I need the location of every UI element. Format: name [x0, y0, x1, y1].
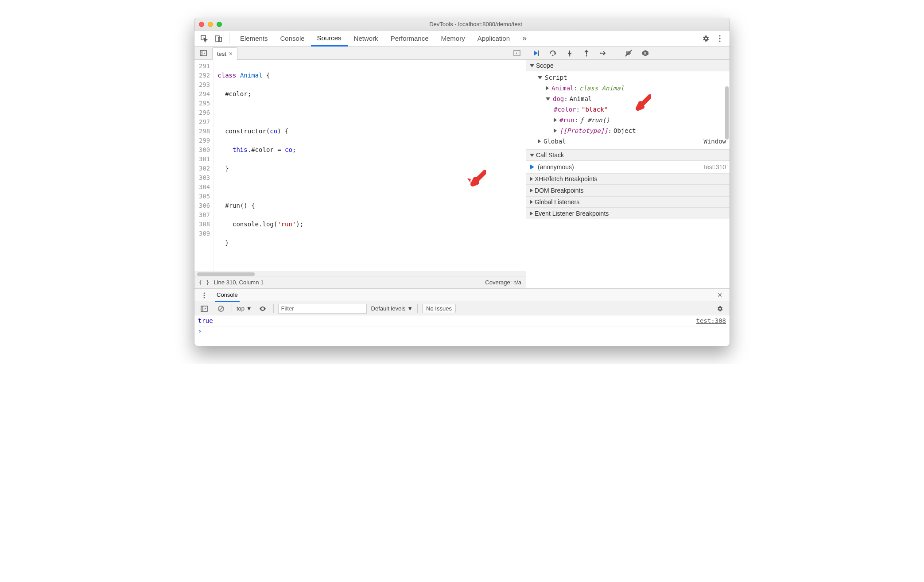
step-out-icon[interactable]: [580, 47, 593, 59]
close-window-button[interactable]: [199, 22, 204, 27]
window-title: DevTools - localhost:8080/demo/test: [226, 21, 725, 27]
divider: [229, 33, 229, 44]
step-over-icon[interactable]: [547, 47, 559, 59]
file-tab-test[interactable]: test ×: [212, 47, 237, 60]
main-tabs-row: Elements Console Sources Network Perform…: [194, 31, 730, 47]
cursor-position: Line 310, Column 1: [214, 279, 264, 286]
xhr-breakpoints-header[interactable]: XHR/fetch Breakpoints: [526, 173, 730, 185]
live-expression-icon[interactable]: [256, 303, 269, 315]
global-listeners-header[interactable]: Global Listeners: [526, 196, 730, 208]
debugger-vertical-scrollbar[interactable]: [725, 86, 729, 140]
annotation-arrow-scope: [632, 94, 651, 113]
code-body[interactable]: class Animal { #color; constructor(co) {…: [214, 60, 526, 272]
console-settings-gear-icon[interactable]: [714, 303, 726, 315]
more-tabs-icon[interactable]: [511, 47, 523, 59]
drawer-menu-icon[interactable]: [198, 289, 210, 302]
tabs-overflow-button[interactable]: »: [516, 31, 533, 47]
scope-color-row[interactable]: #color: "black": [526, 104, 730, 115]
scope-title: Scope: [536, 62, 554, 69]
coverage-status: Coverage: n/a: [485, 279, 521, 286]
pause-on-exceptions-icon[interactable]: [639, 47, 652, 59]
clear-console-icon[interactable]: [215, 303, 227, 315]
current-frame-icon: [530, 164, 534, 170]
svg-rect-8: [538, 50, 539, 56]
console-drawer-tab[interactable]: Console: [215, 289, 240, 302]
resume-script-icon[interactable]: [530, 47, 542, 59]
inspect-element-icon[interactable]: [198, 32, 210, 45]
console-drawer: Console × top ▼ Default levels ▼: [194, 288, 730, 346]
console-context-selector[interactable]: top ▼: [237, 305, 252, 312]
svg-point-15: [204, 292, 205, 294]
kebab-menu-icon[interactable]: [714, 32, 726, 45]
dom-breakpoints-header[interactable]: DOM Breakpoints: [526, 185, 730, 196]
console-prompt-icon: ›: [198, 327, 202, 334]
editor-horizontal-scrollbar[interactable]: [194, 272, 526, 276]
scope-prototype-row[interactable]: [[Prototype]]: Object: [526, 125, 730, 136]
devtools-window: DevTools - localhost:8080/demo/test Elem…: [194, 18, 730, 346]
settings-gear-icon[interactable]: [699, 32, 712, 45]
file-tab-label: test: [217, 50, 226, 57]
window-traffic-lights: [199, 22, 222, 27]
tab-sources[interactable]: Sources: [311, 31, 348, 47]
editor-statusbar: { } Line 310, Column 1 Coverage: n/a: [194, 276, 526, 288]
tab-application[interactable]: Application: [471, 31, 516, 47]
console-filter-input[interactable]: [278, 304, 367, 314]
scope-run-row[interactable]: #run: ƒ #run(): [526, 115, 730, 125]
tab-network[interactable]: Network: [348, 31, 384, 47]
scope-section-header[interactable]: Scope: [526, 60, 730, 71]
close-file-tab-icon[interactable]: ×: [229, 50, 233, 57]
svg-point-10: [569, 55, 570, 56]
svg-point-11: [586, 55, 587, 56]
panel-tabs: Elements Console Sources Network Perform…: [234, 31, 698, 47]
navigator-toggle-icon[interactable]: [197, 47, 210, 59]
console-output[interactable]: true test:308 ›: [194, 315, 730, 346]
annotation-arrow-code: [414, 161, 486, 170]
debugger-pane: Scope Script Animal: class Animal: [526, 47, 730, 288]
console-levels-selector[interactable]: Default levels ▼: [371, 305, 413, 312]
step-icon[interactable]: [597, 47, 610, 59]
console-sidebar-toggle-icon[interactable]: [198, 303, 210, 315]
svg-point-4: [719, 38, 720, 39]
tab-performance[interactable]: Performance: [384, 31, 435, 47]
tab-elements[interactable]: Elements: [234, 31, 274, 47]
svg-rect-14: [645, 52, 646, 54]
editor-tabbar: test ×: [194, 47, 526, 60]
scope-global-row[interactable]: Global Window: [526, 136, 730, 147]
scope-animal-row[interactable]: Animal: class Animal: [526, 83, 730, 93]
svg-rect-13: [644, 52, 645, 54]
step-into-icon[interactable]: [563, 47, 576, 59]
deactivate-breakpoints-icon[interactable]: [622, 47, 635, 59]
svg-point-17: [204, 297, 205, 298]
scope-script-header[interactable]: Script: [526, 72, 730, 83]
device-toolbar-icon[interactable]: [212, 32, 225, 45]
callstack-frame[interactable]: (anonymous) test:310: [526, 161, 730, 173]
close-drawer-icon[interactable]: ×: [714, 289, 726, 302]
console-output-location[interactable]: test:308: [696, 317, 726, 324]
svg-rect-18: [201, 306, 207, 311]
svg-point-5: [719, 40, 720, 42]
line-number-gutter: 2912922932942952962972982993003013023033…: [194, 60, 214, 272]
pretty-print-icon[interactable]: { }: [199, 279, 209, 286]
svg-point-3: [719, 35, 720, 36]
minimize-window-button[interactable]: [208, 22, 213, 27]
maximize-window-button[interactable]: [217, 22, 222, 27]
callstack-section-header[interactable]: Call Stack: [526, 149, 730, 161]
svg-point-12: [600, 52, 601, 54]
svg-rect-6: [200, 50, 206, 56]
tab-memory[interactable]: Memory: [435, 31, 471, 47]
event-listener-breakpoints-header[interactable]: Event Listener Breakpoints: [526, 208, 730, 219]
code-editor[interactable]: 2912922932942952962972982993003013023033…: [194, 60, 526, 272]
titlebar: DevTools - localhost:8080/demo/test: [194, 18, 730, 31]
content-area: test × 291292293294295296297298299300301…: [194, 47, 730, 346]
svg-point-9: [552, 54, 553, 56]
debugger-sections: Scope Script Animal: class Animal: [526, 60, 730, 288]
sources-editor-pane: test × 291292293294295296297298299300301…: [194, 47, 526, 288]
console-issues-button[interactable]: No Issues: [422, 304, 456, 313]
svg-point-16: [204, 295, 205, 296]
console-output-value: true: [198, 317, 213, 324]
scope-dog-row[interactable]: dog: Animal: [526, 93, 730, 104]
tab-console[interactable]: Console: [274, 31, 311, 47]
debugger-toolbar: [526, 47, 730, 60]
